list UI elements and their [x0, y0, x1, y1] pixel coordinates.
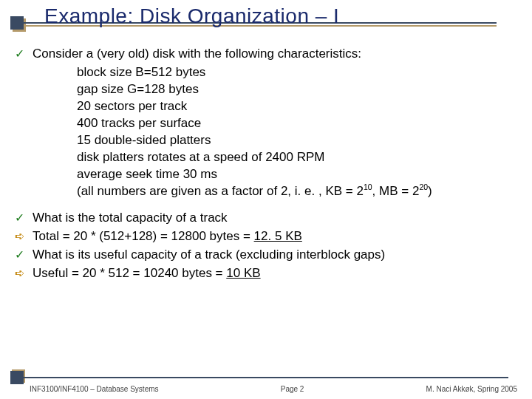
- note-mid: , MB = 2: [372, 184, 420, 198]
- arrow-icon: ➪: [15, 265, 33, 282]
- note-post: ): [428, 184, 432, 198]
- useful-result: 10 KB: [226, 266, 260, 280]
- total-pre: Total = 20 * (512+128) = 12800 bytes =: [33, 229, 254, 243]
- bullet-text: Useful = 20 * 512 = 10240 bytes = 10 KB: [33, 265, 517, 282]
- bullet-useful-capacity-q: ✓ What is its useful capacity of a track…: [15, 247, 517, 264]
- slide-title: Example: Disk Organization – I: [44, 4, 339, 28]
- note-pre: (all numbers are given as a factor of 2,…: [77, 184, 364, 198]
- char-sectors: 20 sectors per track: [15, 98, 517, 115]
- char-gap-size: gap size G=128 bytes: [15, 81, 517, 98]
- char-seek: average seek time 30 ms: [15, 166, 517, 183]
- slide-footer: INF3100/INF4100 – Database Systems Page …: [30, 385, 517, 393]
- arrow-icon: ➪: [15, 228, 33, 245]
- bullet-text: Total = 20 * (512+128) = 12800 bytes = 1…: [33, 228, 517, 245]
- bullet-characteristics: ✓ Consider a (very old) disk with the fo…: [15, 46, 517, 63]
- bullet-total-capacity-a: ➪ Total = 20 * (512+128) = 12800 bytes =…: [15, 228, 517, 245]
- total-result: 12. 5 KB: [254, 229, 302, 243]
- bullet-total-capacity-q: ✓ What is the total capacity of a track: [15, 210, 517, 227]
- note-exp1: 10: [364, 183, 372, 191]
- footer-right: M. Naci Akkøk, Spring 2005: [426, 385, 517, 393]
- footer-rule: [24, 377, 508, 378]
- check-icon: ✓: [15, 210, 33, 227]
- check-icon: ✓: [15, 247, 33, 264]
- slide: Example: Disk Organization – I ✓ Conside…: [0, 0, 532, 399]
- bullet-text: What is its useful capacity of a track (…: [33, 247, 517, 264]
- accent-square-icon: [10, 16, 24, 30]
- footer-square-icon: [10, 371, 24, 384]
- bullet-useful-capacity-a: ➪ Useful = 20 * 512 = 10240 bytes = 10 K…: [15, 265, 517, 282]
- char-platters: 15 double-sided platters: [15, 132, 517, 149]
- bullet-text: Consider a (very old) disk with the foll…: [33, 46, 517, 63]
- char-rpm: disk platters rotates at a speed of 2400…: [15, 149, 517, 166]
- footer-center: Page 2: [281, 385, 304, 393]
- check-icon: ✓: [15, 46, 33, 63]
- note-exp2: 20: [419, 183, 428, 191]
- useful-pre: Useful = 20 * 512 = 10240 bytes =: [33, 266, 226, 280]
- slide-body: ✓ Consider a (very old) disk with the fo…: [15, 46, 517, 284]
- footer-left: INF3100/INF4100 – Database Systems: [30, 385, 159, 393]
- char-block-size: block size B=512 bytes: [15, 64, 517, 81]
- char-note: (all numbers are given as a factor of 2,…: [15, 183, 517, 200]
- char-tracks: 400 tracks per surface: [15, 115, 517, 132]
- bullet-text: What is the total capacity of a track: [33, 210, 517, 227]
